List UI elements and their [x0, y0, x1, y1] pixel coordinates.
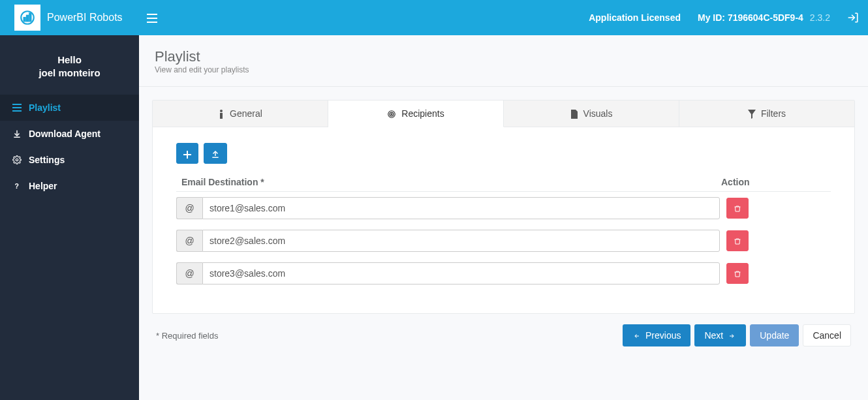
delete-recipient-button[interactable] — [726, 263, 749, 284]
svg-rect-9 — [12, 110, 22, 112]
tab-label: Recipients — [401, 108, 444, 119]
main-content: Playlist View and edit your playlists Ge… — [139, 35, 868, 400]
email-input[interactable] — [202, 262, 720, 285]
add-recipient-button[interactable] — [176, 143, 198, 164]
sidebar-item-label: Download Agent — [29, 129, 101, 139]
upload-recipients-button[interactable] — [204, 143, 227, 164]
version-label: 2.3.2 — [810, 12, 830, 23]
tab-label: Filters — [761, 108, 786, 119]
at-sign-icon: @ — [176, 230, 202, 252]
svg-rect-4 — [147, 14, 157, 15]
update-button[interactable]: Update — [750, 324, 799, 346]
svg-rect-7 — [12, 104, 22, 105]
svg-rect-3 — [29, 14, 31, 22]
arrow-left-icon — [632, 331, 642, 341]
list-icon — [12, 104, 22, 112]
delete-recipient-button[interactable] — [726, 230, 749, 251]
hamburger-icon[interactable] — [139, 12, 165, 23]
tab-label: Visuals — [583, 108, 613, 119]
svg-point-12 — [220, 110, 223, 112]
page-subtitle: View and edit your playlists — [155, 65, 852, 74]
button-label: Update — [760, 330, 789, 341]
svg-rect-18 — [183, 154, 191, 155]
funnel-icon — [748, 108, 756, 119]
svg-rect-2 — [27, 16, 28, 22]
sidebar: Hello joel monteiro Playlist Download Ag… — [0, 35, 139, 400]
recipient-row: @ — [176, 257, 831, 290]
sidebar-item-helper[interactable]: ? Helper — [0, 173, 139, 199]
download-icon — [12, 129, 22, 138]
svg-point-10 — [16, 159, 18, 161]
sidebar-item-download-agent[interactable]: Download Agent — [0, 121, 139, 147]
svg-rect-8 — [12, 107, 22, 108]
file-icon — [570, 108, 578, 119]
tabs: General Recipients Visuals — [153, 100, 854, 127]
svg-text:?: ? — [15, 181, 19, 189]
email-input[interactable] — [202, 197, 720, 219]
at-sign-icon: @ — [176, 197, 202, 219]
info-icon — [218, 108, 225, 119]
upload-icon — [211, 148, 220, 159]
logout-icon[interactable] — [847, 12, 859, 23]
svg-rect-5 — [147, 18, 157, 19]
sidebar-item-settings[interactable]: Settings — [0, 147, 139, 173]
svg-rect-1 — [24, 18, 25, 21]
email-input[interactable] — [202, 230, 720, 252]
license-status: Application Licensed — [589, 12, 681, 23]
topbar: PowerBI Robots Application Licensed My I… — [0, 0, 868, 35]
previous-button[interactable]: Previous — [623, 324, 690, 346]
button-label: Previous — [645, 330, 681, 341]
delete-recipient-button[interactable] — [726, 198, 749, 219]
greeting-text: Hello — [7, 54, 132, 67]
tab-recipients[interactable]: Recipients — [328, 100, 504, 127]
tab-label: General — [230, 108, 262, 119]
question-icon: ? — [12, 181, 22, 191]
brand[interactable]: PowerBI Robots — [0, 0, 139, 35]
svg-point-16 — [391, 114, 392, 115]
tab-visuals[interactable]: Visuals — [504, 100, 679, 127]
button-label: Next — [704, 330, 723, 341]
page-title: Playlist — [155, 48, 852, 65]
tab-body-recipients: Email Destination * Action @ @ — [153, 127, 854, 313]
cancel-button[interactable]: Cancel — [803, 324, 851, 346]
next-button[interactable]: Next — [694, 324, 746, 346]
recipient-row: @ — [176, 224, 831, 257]
svg-rect-6 — [147, 22, 157, 23]
sidebar-item-label: Helper — [29, 181, 57, 191]
column-action: Action — [721, 177, 826, 187]
sidebar-item-label: Playlist — [29, 102, 61, 113]
playlist-panel: General Recipients Visuals — [152, 100, 855, 314]
tab-filters[interactable]: Filters — [679, 100, 854, 127]
sidebar-item-label: Settings — [29, 155, 65, 165]
user-greeting: Hello joel monteiro — [0, 35, 139, 95]
arrow-right-icon — [727, 331, 736, 341]
svg-rect-13 — [220, 113, 223, 119]
tab-general[interactable]: General — [153, 100, 328, 127]
target-icon — [387, 108, 396, 119]
brand-logo-icon — [14, 5, 40, 31]
required-fields-note: * Required fields — [156, 331, 218, 341]
trash-icon — [734, 203, 741, 213]
sidebar-item-playlist[interactable]: Playlist — [0, 95, 139, 121]
at-sign-icon: @ — [176, 262, 202, 285]
my-id-label: My ID: 7196604C-5DF9-4 — [698, 12, 803, 23]
brand-name: PowerBI Robots — [47, 12, 123, 23]
recipient-row: @ — [176, 192, 831, 224]
button-label: Cancel — [813, 330, 841, 341]
user-name: joel monteiro — [39, 67, 100, 78]
trash-icon — [734, 236, 741, 246]
column-email-destination: Email Destination * — [181, 177, 264, 187]
page-header: Playlist View and edit your playlists — [139, 35, 868, 87]
plus-icon — [183, 148, 191, 159]
gear-icon — [12, 155, 22, 164]
trash-icon — [734, 268, 741, 279]
